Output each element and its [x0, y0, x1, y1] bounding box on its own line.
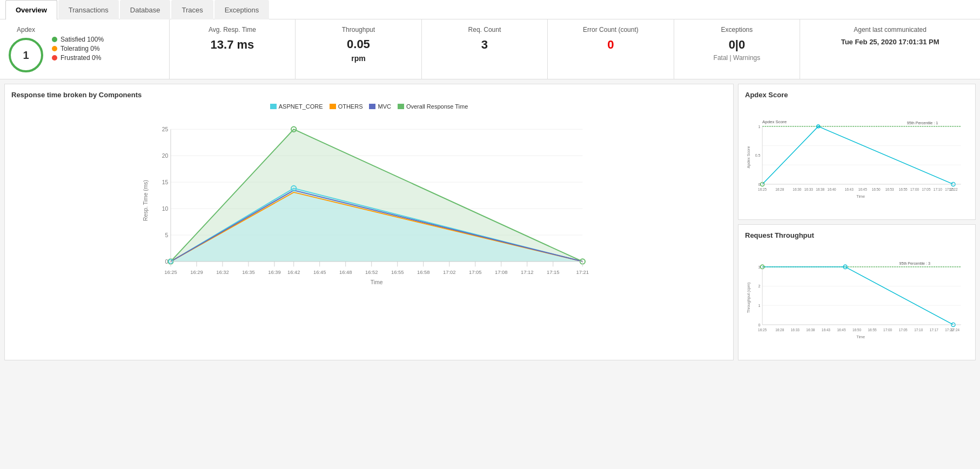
svg-text:0.5: 0.5: [755, 153, 761, 158]
percentile-label: 95th Percentile : 1: [907, 121, 938, 125]
metrics-row: Apdex 1 Satisfied 100% Tolerating 0% Fru…: [0, 19, 980, 79]
avg-resp-value: 13.7 ms: [178, 38, 287, 52]
svg-text:16:28: 16:28: [775, 187, 784, 191]
svg-text:17:05: 17:05: [469, 269, 482, 275]
svg-text:Throughput (cpm): Throughput (cpm): [747, 283, 751, 313]
tab-traces[interactable]: Traces: [171, 0, 213, 19]
chart-left-legend: ASPNET_CORE OTHERS MVC Overall Response …: [11, 103, 727, 110]
satisfied-label: Satisfied 100%: [61, 36, 104, 43]
chart-left-svg: Resp. Time (ms) 0 5 10 15 20 25: [11, 114, 727, 287]
svg-text:1: 1: [759, 125, 761, 129]
legend-mvc-label: MVC: [378, 103, 391, 110]
throughput-cell: Throughput 0.05 rpm: [296, 19, 422, 79]
tab-transactions[interactable]: Transactions: [58, 0, 119, 19]
apdex-x-label: Time: [856, 195, 865, 199]
tab-database[interactable]: Database: [120, 0, 171, 19]
apdex-legend: Satisfied 100% Tolerating 0% Frustrated …: [52, 36, 104, 63]
error-count-label: Error Count (count): [556, 26, 665, 34]
agent-cell: Agent last communicated Tue Feb 25, 2020…: [800, 19, 980, 79]
exceptions-label: Exceptions: [683, 26, 791, 34]
legend-overall: Overall Response Time: [398, 103, 468, 110]
svg-text:17:10: 17:10: [914, 328, 923, 332]
legend-others-label: OTHERS: [338, 103, 363, 110]
svg-text:16:30: 16:30: [793, 187, 801, 191]
apdex-inner-title: Apdex Score: [762, 119, 787, 124]
svg-text:16:50: 16:50: [872, 187, 881, 191]
svg-text:16:50: 16:50: [853, 328, 861, 332]
tab-overview[interactable]: Overview: [5, 0, 57, 19]
svg-text:17:08: 17:08: [495, 269, 508, 275]
throughput-percentile-label: 95th Percentile : 3: [900, 262, 930, 266]
tab-exceptions[interactable]: Exceptions: [214, 0, 270, 19]
apdex-cell: Apdex 1 Satisfied 100% Tolerating 0% Fru…: [0, 19, 170, 79]
exceptions-cell: Exceptions 0|0 Fatal | Warnings: [674, 19, 801, 79]
exceptions-value: 0|0: [683, 38, 791, 52]
svg-text:17:00: 17:00: [883, 328, 892, 332]
req-count-value: 3: [431, 38, 539, 52]
svg-text:17:05: 17:05: [899, 328, 908, 332]
svg-text:17:22: 17:22: [949, 187, 957, 191]
legend-overall-label: Overall Response Time: [406, 103, 468, 110]
svg-text:10: 10: [162, 206, 169, 212]
svg-text:17:24: 17:24: [951, 328, 959, 332]
chart-apdex-panel: Apdex Score Apdex Score Apdex Score 0 0.…: [738, 84, 976, 220]
svg-text:16:43: 16:43: [822, 328, 830, 332]
svg-text:16:28: 16:28: [775, 328, 784, 332]
svg-text:16:55: 16:55: [391, 269, 404, 275]
chart-throughput-title: Request Throughput: [745, 231, 969, 239]
chart-throughput-svg: Throughput (cpm) 0 1 2 3 95th Percentile…: [745, 244, 969, 352]
legend-mvc: MVC: [369, 103, 391, 110]
svg-text:16:42: 16:42: [287, 269, 300, 275]
svg-text:16:48: 16:48: [339, 269, 352, 275]
req-count-cell: Req. Count 3: [422, 19, 548, 79]
frustrated-dot: [52, 55, 57, 61]
chart-left-title: Response time broken by Components: [11, 91, 727, 99]
apdex-line: [762, 126, 953, 184]
exceptions-sub: Fatal | Warnings: [683, 54, 791, 62]
svg-text:1: 1: [759, 304, 761, 308]
svg-text:17:21: 17:21: [576, 269, 589, 275]
svg-text:17:00: 17:00: [910, 187, 919, 191]
svg-text:16:38: 16:38: [816, 187, 824, 191]
error-count-value: 0: [556, 38, 665, 52]
frustrated-label: Frustrated 0%: [61, 54, 101, 62]
svg-text:16:35: 16:35: [242, 269, 255, 275]
svg-text:16:45: 16:45: [313, 269, 326, 275]
svg-text:20: 20: [162, 153, 169, 159]
svg-text:5: 5: [165, 232, 168, 238]
svg-text:16:38: 16:38: [806, 328, 815, 332]
svg-text:17:05: 17:05: [922, 187, 930, 191]
apdex-value: 1: [23, 49, 29, 62]
satisfied-dot: [52, 37, 57, 42]
error-count-cell: Error Count (count) 0: [548, 19, 674, 79]
svg-text:16:53: 16:53: [885, 187, 894, 191]
svg-text:16:25: 16:25: [758, 328, 767, 332]
agent-label: Agent last communicated: [809, 26, 971, 34]
svg-text:16:25: 16:25: [164, 269, 177, 275]
throughput-label: Throughput: [304, 26, 413, 34]
agent-time: Tue Feb 25, 2020 17:01:31 PM: [809, 38, 971, 46]
svg-text:16:40: 16:40: [828, 187, 836, 191]
svg-text:16:33: 16:33: [791, 328, 800, 332]
svg-text:16:45: 16:45: [858, 187, 867, 191]
svg-text:16:25: 16:25: [758, 187, 767, 191]
legend-others-color: [330, 104, 336, 109]
svg-text:0: 0: [759, 323, 761, 327]
legend-aspnet: ASPNET_CORE: [270, 103, 323, 110]
svg-text:16:58: 16:58: [417, 269, 430, 275]
legend-aspnet-label: ASPNET_CORE: [279, 103, 323, 110]
svg-text:17:12: 17:12: [521, 269, 534, 275]
svg-text:16:39: 16:39: [268, 269, 281, 275]
legend-others: OTHERS: [330, 103, 363, 110]
tolerating-dot: [52, 46, 57, 51]
req-count-label: Req. Count: [431, 26, 539, 34]
throughput-value: 0.05 rpm: [304, 38, 413, 64]
svg-text:17:15: 17:15: [547, 269, 560, 275]
svg-text:16:55: 16:55: [868, 328, 877, 332]
x-axis-label: Time: [371, 279, 383, 285]
svg-text:16:29: 16:29: [190, 269, 203, 275]
svg-text:16:33: 16:33: [804, 187, 813, 191]
avg-resp-label: Avg. Resp. Time: [178, 26, 287, 34]
svg-text:16:43: 16:43: [845, 187, 854, 191]
tab-bar: Overview Transactions Database Traces Ex…: [0, 0, 980, 19]
